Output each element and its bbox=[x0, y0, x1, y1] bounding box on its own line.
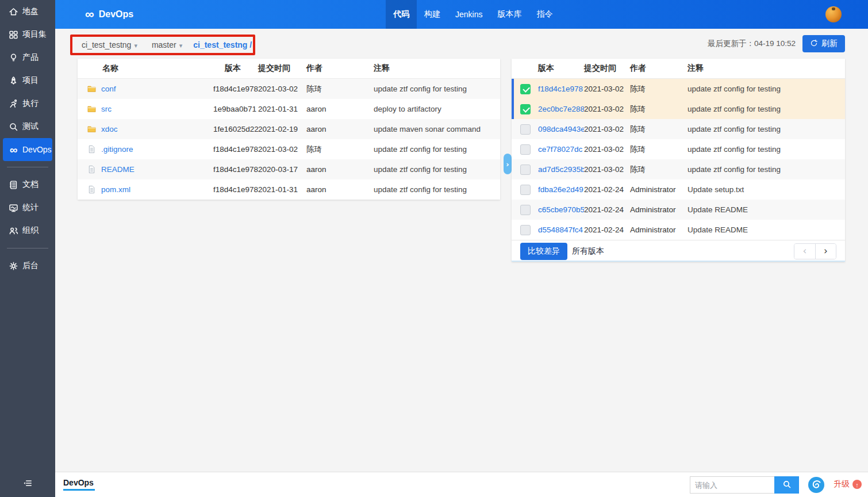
folder-icon bbox=[87, 125, 96, 133]
file-name-link[interactable]: src bbox=[101, 105, 112, 113]
file-row[interactable]: pom.xml f18d4c1e978 2021-01-31 aaron upd… bbox=[78, 179, 500, 200]
revision-row[interactable]: d5548847fc4 2021-02-24 Administrator Upd… bbox=[512, 220, 845, 240]
chevron-right-icon: › bbox=[506, 160, 509, 169]
nav-tab[interactable]: 构建 bbox=[417, 0, 448, 29]
file-commit-date: 2021-03-02 bbox=[258, 85, 306, 93]
file-row[interactable]: README f18d4c1e978 2020-03-17 aaron upda… bbox=[78, 159, 500, 179]
revision-row[interactable]: ce7f78027dc 2021-03-02 陈琦 update ztf con… bbox=[512, 139, 845, 159]
col-version: 版本 bbox=[538, 63, 584, 74]
revision-checkbox[interactable] bbox=[520, 144, 531, 155]
file-name-link[interactable]: pom.xml bbox=[101, 185, 130, 194]
update-info: 最后更新于：04-19 10:52 刷新 bbox=[708, 35, 845, 52]
sidebar-item[interactable]: 执行 bbox=[0, 92, 55, 115]
nav-tab[interactable]: 版本库 bbox=[490, 0, 529, 29]
sidebar-item[interactable]: ∞ DevOps bbox=[3, 138, 52, 161]
sidebar-item[interactable]: 地盘 bbox=[0, 0, 55, 23]
zentao-logo[interactable] bbox=[808, 476, 825, 494]
revision-checkbox[interactable] bbox=[520, 205, 531, 215]
revision-link[interactable]: d5548847fc4 bbox=[538, 225, 584, 234]
current-path-link[interactable]: ci_test_testng / bbox=[187, 40, 252, 49]
nav-tab[interactable]: 指令 bbox=[529, 0, 560, 29]
revision-link[interactable]: c65cbe970b5 bbox=[538, 205, 584, 214]
revision-author: 陈琦 bbox=[630, 124, 688, 135]
file-row[interactable]: conf f18d4c1e978 2021-03-02 陈琦 update zt… bbox=[78, 79, 500, 99]
revision-link[interactable]: 098dca4943e bbox=[538, 125, 584, 133]
devops-brand[interactable]: ∞ DevOps bbox=[85, 8, 133, 21]
revision-link[interactable]: fdba26e2d49 bbox=[538, 185, 584, 194]
chevron-right-icon: › bbox=[824, 246, 828, 256]
chevron-left-icon: ‹ bbox=[803, 246, 807, 256]
file-comment: update maven sonar command bbox=[374, 125, 500, 133]
file-name-link[interactable]: README bbox=[101, 165, 135, 174]
col-date: 提交时间 bbox=[258, 63, 306, 74]
sidebar-item[interactable]: 文档 bbox=[0, 173, 55, 196]
file-version: 1fe16025d22 bbox=[213, 125, 258, 133]
nav-tab[interactable]: Jenkins bbox=[448, 0, 490, 29]
file-table: 名称 版本 提交时间 作者 注释 conf f18d4c1e978 2021-0… bbox=[78, 59, 500, 200]
panel-expand-handle[interactable]: › bbox=[504, 154, 512, 174]
file-name-link[interactable]: xdoc bbox=[101, 125, 118, 133]
revision-link[interactable]: 2ec0bc7e288 bbox=[538, 105, 584, 113]
compare-diff-button[interactable]: 比较差异 bbox=[520, 243, 567, 260]
caret-down-icon: ▾ bbox=[134, 40, 137, 49]
file-comment: update ztf config for testing bbox=[374, 145, 500, 154]
revision-row[interactable]: 2ec0bc7e288 2021-03-02 陈琦 update ztf con… bbox=[512, 99, 845, 119]
revision-checkbox[interactable] bbox=[520, 124, 531, 135]
file-row[interactable]: src 1e9baa0b71 2021-01-31 aaron deploy t… bbox=[78, 99, 500, 119]
revision-checkbox[interactable] bbox=[520, 165, 531, 175]
refresh-button[interactable]: 刷新 bbox=[802, 35, 845, 52]
sidebar-item[interactable]: 产品 bbox=[0, 46, 55, 69]
repo-select[interactable]: ci_test_testng ▾ bbox=[72, 40, 143, 49]
file-comment: update ztf config for testing bbox=[374, 165, 500, 174]
next-page-button[interactable]: › bbox=[815, 244, 836, 259]
sidebar-item[interactable]: 项目集 bbox=[0, 23, 55, 46]
file-icon bbox=[87, 165, 96, 174]
revision-row[interactable]: c65cbe970b5 2021-02-24 Administrator Upd… bbox=[512, 200, 845, 220]
collapse-sidebar-button[interactable] bbox=[0, 475, 55, 492]
file-comment: deploy to artifactory bbox=[374, 105, 500, 113]
all-versions-link[interactable]: 所有版本 bbox=[572, 246, 604, 257]
sidebar-item[interactable]: 项目 bbox=[0, 69, 55, 92]
bulb-icon bbox=[9, 53, 18, 63]
revision-link[interactable]: ce7f78027dc bbox=[538, 145, 584, 154]
revision-comment: Update setup.txt bbox=[688, 185, 845, 194]
file-author: 陈琦 bbox=[306, 144, 374, 155]
revision-checkbox[interactable] bbox=[520, 84, 531, 94]
prev-page-button[interactable]: ‹ bbox=[794, 244, 815, 259]
revision-checkbox[interactable] bbox=[520, 104, 531, 114]
file-row[interactable]: xdoc 1fe16025d22 2021-02-19 aaron update… bbox=[78, 119, 500, 139]
file-name-link[interactable]: .gitignore bbox=[101, 145, 133, 154]
doc-icon bbox=[9, 180, 18, 190]
revision-row[interactable]: ad7d5c2935b 2021-03-02 陈琦 update ztf con… bbox=[512, 159, 845, 179]
nav-tab[interactable]: 代码 bbox=[386, 0, 417, 29]
file-version: f18d4c1e978 bbox=[213, 145, 258, 154]
search-input[interactable] bbox=[690, 476, 774, 494]
footer: DevOps 升级 ↑ bbox=[55, 472, 868, 497]
revision-checkbox[interactable] bbox=[520, 185, 531, 195]
sidebar-item[interactable]: 测试 bbox=[0, 115, 55, 138]
revision-date: 2021-03-02 bbox=[584, 145, 630, 154]
sidebar-item[interactable] bbox=[7, 167, 48, 167]
sidebar-item[interactable]: 后台 bbox=[0, 254, 55, 277]
upgrade-link[interactable]: 升级 ↑ bbox=[834, 479, 862, 490]
revision-row[interactable]: fdba26e2d49 2021-02-24 Administrator Upd… bbox=[512, 179, 845, 200]
revision-row[interactable]: 098dca4943e 2021-03-02 陈琦 update ztf con… bbox=[512, 119, 845, 139]
revision-row[interactable]: f18d4c1e978 2021-03-02 陈琦 update ztf con… bbox=[512, 79, 845, 99]
footer-devops-link[interactable]: DevOps bbox=[63, 478, 94, 487]
branch-select[interactable]: master ▾ bbox=[143, 40, 187, 49]
sidebar-item[interactable] bbox=[7, 248, 48, 248]
nav-tabs: 代码 构建 Jenkins 版本库 指令 bbox=[386, 0, 560, 29]
revision-table-header: 版本 提交时间 作者 注释 bbox=[512, 59, 845, 79]
revision-checkbox[interactable] bbox=[520, 225, 531, 235]
sidebar-item[interactable]: 组织 bbox=[0, 219, 55, 242]
grid-icon bbox=[9, 30, 18, 40]
search-button[interactable] bbox=[774, 476, 799, 494]
sidebar-item-label: 统计 bbox=[22, 202, 39, 213]
revision-date: 2021-02-24 bbox=[584, 185, 630, 194]
user-avatar[interactable] bbox=[825, 6, 842, 22]
revision-link[interactable]: ad7d5c2935b bbox=[538, 165, 584, 174]
sidebar-item[interactable]: 统计 bbox=[0, 196, 55, 219]
file-row[interactable]: .gitignore f18d4c1e978 2021-03-02 陈琦 upd… bbox=[78, 139, 500, 159]
revision-link[interactable]: f18d4c1e978 bbox=[538, 85, 584, 93]
file-name-link[interactable]: conf bbox=[101, 85, 116, 93]
